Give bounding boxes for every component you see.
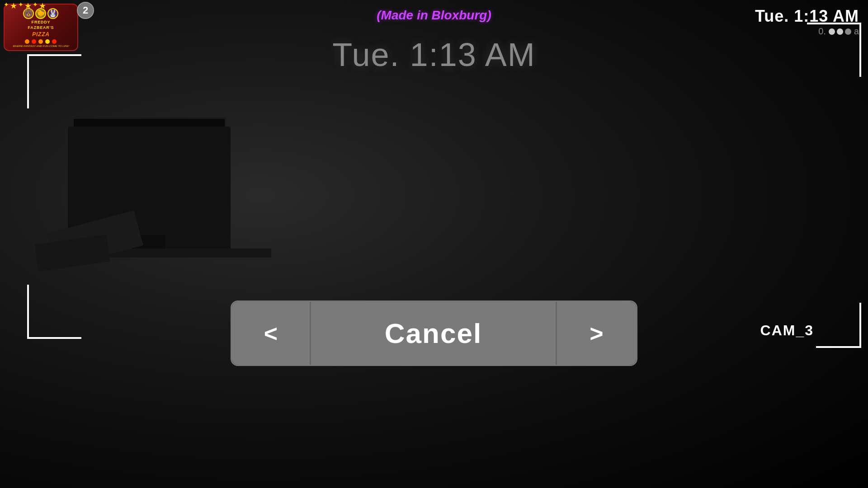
logo-dots	[25, 39, 57, 44]
dot-2	[32, 39, 36, 44]
logo-tagline: Where Fantasy and Fun Come to Life!	[13, 45, 69, 47]
stars-decoration: ✦ ★ ✦ ★ ✦ ★	[4, 1, 46, 11]
cam-label: CAM_3	[760, 322, 814, 339]
room-objects	[0, 0, 868, 488]
floor-paper-2	[35, 235, 110, 272]
corner-bracket-bottomright	[816, 303, 861, 348]
dot-4	[45, 39, 50, 44]
cancel-button[interactable]: Cancel	[311, 302, 557, 365]
dot-5	[52, 39, 57, 44]
control-bar: < Cancel >	[231, 300, 637, 366]
dot-1	[25, 39, 29, 44]
prev-button[interactable]: <	[232, 302, 311, 365]
dot-3	[38, 39, 43, 44]
notification-badge: 2	[77, 2, 94, 19]
corner-bracket-topleft	[27, 54, 81, 108]
prev-arrow-icon: <	[264, 320, 278, 347]
logo-title-line2: FAZBEAR'S	[28, 25, 54, 30]
bonnie-face: 🐰	[47, 8, 58, 19]
corner-bracket-bottomleft	[27, 285, 81, 339]
logo-title-line1: FREDDY	[32, 20, 51, 25]
star-5: ✦	[33, 1, 38, 11]
star-2: ★	[10, 1, 17, 11]
logo-inner: 🐻 🐤 🐰 FREDDY FAZBEAR'S Pizza Where Fanta…	[11, 5, 71, 50]
star-1: ✦	[4, 1, 9, 11]
game-screen: ✦ ★ ✦ ★ ✦ ★ 🐻 🐤 🐰 FREDDY FAZBEAR'S Pizza	[0, 0, 868, 488]
center-time-display: Tue. 1:13 AM	[332, 36, 536, 73]
star-4: ★	[24, 1, 32, 11]
pizza-word: Pizza	[32, 31, 50, 38]
bloxburg-watermark: (Made in Bloxburg)	[377, 8, 491, 23]
logo-title-line3: Pizza	[32, 31, 50, 38]
cancel-label: Cancel	[385, 317, 482, 349]
next-button[interactable]: >	[557, 302, 636, 365]
star-6: ★	[39, 1, 46, 11]
next-arrow-icon: >	[590, 320, 603, 347]
star-3: ✦	[18, 1, 24, 11]
corner-bracket-topright	[807, 23, 861, 77]
